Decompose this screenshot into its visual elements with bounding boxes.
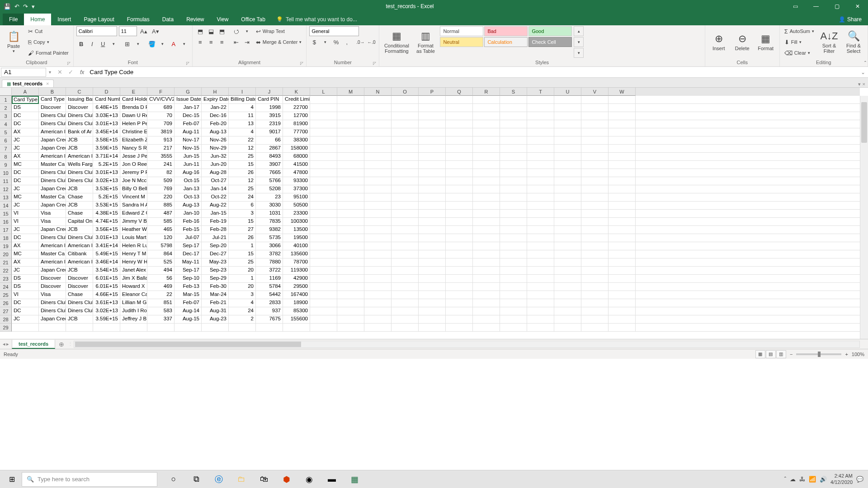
cell[interactable] xyxy=(609,161,636,169)
cell[interactable]: 1998 xyxy=(256,104,283,112)
cell[interactable] xyxy=(364,210,392,218)
cell[interactable] xyxy=(554,161,581,169)
cell[interactable] xyxy=(473,275,500,283)
cell[interactable] xyxy=(337,112,364,120)
cell[interactable]: Diners Clul xyxy=(39,120,66,128)
cell[interactable]: JCB xyxy=(66,315,93,324)
cell[interactable]: Jeffrey J B xyxy=(120,315,147,324)
cell[interactable] xyxy=(446,226,473,234)
minimize-icon[interactable]: — xyxy=(806,0,826,13)
style-good[interactable]: Good xyxy=(528,26,572,36)
cell[interactable] xyxy=(554,291,581,299)
cell[interactable] xyxy=(446,120,473,128)
cell[interactable] xyxy=(419,258,446,267)
cell[interactable]: 15 xyxy=(229,218,256,226)
zoom-slider[interactable] xyxy=(796,353,841,355)
cell[interactable] xyxy=(609,112,636,120)
cell[interactable]: Louis Mart xyxy=(120,234,147,242)
cell[interactable] xyxy=(473,210,500,218)
cell[interactable]: Citibank xyxy=(66,250,93,258)
cell[interactable] xyxy=(500,136,527,145)
cell[interactable] xyxy=(473,242,500,250)
cell[interactable] xyxy=(473,153,500,161)
cell[interactable] xyxy=(609,299,636,307)
tab-file[interactable]: File xyxy=(3,14,24,25)
cell[interactable]: 26 xyxy=(229,234,256,242)
cell[interactable] xyxy=(310,153,337,161)
redo-icon[interactable]: ↷ xyxy=(23,3,28,10)
cell[interactable]: 3.53E+15 xyxy=(93,202,120,210)
cell[interactable] xyxy=(554,153,581,161)
cell[interactable] xyxy=(364,315,392,324)
cell[interactable] xyxy=(39,324,66,332)
zoom-slider-handle[interactable] xyxy=(818,352,821,357)
column-header[interactable]: D xyxy=(93,88,120,96)
cell[interactable] xyxy=(310,242,337,250)
cell[interactable]: 3.59E+15 xyxy=(93,315,120,324)
cell[interactable] xyxy=(554,104,581,112)
cell[interactable]: 3555 xyxy=(147,153,175,161)
cell[interactable] xyxy=(527,177,554,185)
cell[interactable]: Aug-16 xyxy=(175,169,202,177)
cell[interactable]: Feb-15 xyxy=(175,226,202,234)
network-icon[interactable]: 🖧 xyxy=(799,476,805,483)
cell[interactable]: Visa xyxy=(39,291,66,299)
cell[interactable] xyxy=(473,112,500,120)
cell[interactable]: 56 xyxy=(147,275,175,283)
cell[interactable] xyxy=(93,324,120,332)
cell[interactable] xyxy=(554,193,581,202)
cell[interactable]: AX xyxy=(12,258,39,267)
share-button[interactable]: 👤 Share xyxy=(832,14,868,25)
border-button[interactable]: ⊞ xyxy=(123,39,132,49)
cell[interactable]: Jim X Balla xyxy=(120,275,147,283)
terminal-icon[interactable]: ▬ xyxy=(322,471,342,488)
cell[interactable] xyxy=(419,145,446,153)
cell[interactable] xyxy=(337,242,364,250)
cell[interactable] xyxy=(446,258,473,267)
cell[interactable]: Card Holde xyxy=(120,96,147,104)
cell[interactable]: 13 xyxy=(229,120,256,128)
cell[interactable]: Jan-13 xyxy=(175,185,202,193)
name-box-dropdown-icon[interactable]: ▾ xyxy=(47,70,53,75)
cell[interactable] xyxy=(527,242,554,250)
cell[interactable] xyxy=(337,299,364,307)
cell[interactable] xyxy=(310,226,337,234)
cell[interactable] xyxy=(581,258,609,267)
cell[interactable]: AX xyxy=(12,153,39,161)
cell[interactable] xyxy=(310,169,337,177)
close-icon[interactable]: × xyxy=(863,81,865,87)
cell[interactable] xyxy=(581,112,609,120)
cell[interactable] xyxy=(364,250,392,258)
cell[interactable]: Aug-11 xyxy=(175,128,202,136)
select-all-corner[interactable] xyxy=(0,88,12,96)
cell[interactable]: Diners Clul xyxy=(39,177,66,185)
style-check-cell[interactable]: Check Cell xyxy=(528,37,572,47)
chevron-down-icon[interactable]: ▾ xyxy=(242,26,252,36)
column-header[interactable]: V xyxy=(581,88,609,96)
cell[interactable]: AX xyxy=(12,242,39,250)
cell[interactable] xyxy=(554,275,581,283)
cell[interactable]: 15 xyxy=(229,161,256,169)
cell[interactable] xyxy=(419,96,446,104)
cell[interactable] xyxy=(337,145,364,153)
cell[interactable]: Dec-17 xyxy=(175,250,202,258)
cell[interactable] xyxy=(337,161,364,169)
cell[interactable] xyxy=(419,120,446,128)
cell[interactable] xyxy=(554,307,581,315)
launcher-icon[interactable]: ◸ xyxy=(300,61,303,66)
cell[interactable]: Master Ca xyxy=(39,161,66,169)
fx-icon[interactable]: fx xyxy=(77,69,87,75)
cell[interactable]: 93300 xyxy=(283,177,310,185)
cell[interactable] xyxy=(446,307,473,315)
cell[interactable] xyxy=(364,267,392,275)
cell[interactable] xyxy=(392,275,419,283)
office-icon[interactable]: ⬢ xyxy=(277,471,297,488)
cell[interactable] xyxy=(609,291,636,299)
cell[interactable]: Dec-16 xyxy=(202,112,229,120)
cell[interactable]: Mar-15 xyxy=(175,291,202,299)
cell[interactable]: Helen R Lu xyxy=(120,242,147,250)
column-header[interactable]: A xyxy=(12,88,39,96)
style-calculation[interactable]: Calculation xyxy=(484,37,528,47)
cell[interactable] xyxy=(66,324,93,332)
sheet-tab[interactable]: test_records xyxy=(12,340,55,349)
